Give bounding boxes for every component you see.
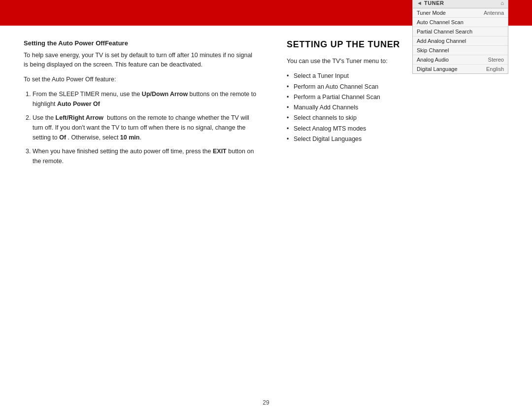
tv-menu-label-add-analog-channel: Add Analog Channel: [417, 38, 466, 44]
page-footer: 29: [0, 399, 532, 406]
step2-bold2: Of: [59, 134, 66, 141]
step1-bold2: Auto Power Of: [57, 101, 100, 107]
bullet-list: Select a Tuner Input Perform an Auto Cha…: [287, 71, 508, 144]
tv-menu-row-skip-channel: Skip Channel: [413, 46, 508, 55]
footer-page-number: 29: [263, 399, 269, 406]
step-2: Use the Left/Right Arrow buttons on the …: [33, 113, 257, 142]
tv-menu-row-analog-audio: Analog Audio Stereo: [413, 55, 508, 65]
left-column: Setting the Auto Power OffFeature To hel…: [24, 39, 262, 396]
step1-bold1: Up/Down Arrow: [142, 91, 188, 98]
left-paragraph2: To set the Auto Power Off feature:: [24, 75, 257, 84]
tv-menu-header-left: ◄ TUNER: [417, 0, 444, 6]
tv-menu-row-auto-channel-scan: Auto Channel Scan: [413, 18, 508, 27]
left-paragraph1: To help save energy, your TV is set by d…: [24, 51, 257, 70]
tv-menu-label-analog-audio: Analog Audio: [417, 57, 449, 63]
content-area: Setting the Auto Power OffFeature To hel…: [0, 26, 532, 396]
tv-menu-row-tuner-mode: Tuner Mode Antenna: [413, 8, 508, 18]
bullet-item-5: Select channels to skip: [287, 113, 508, 123]
tv-menu-value-tuner-mode: Antenna: [484, 10, 504, 16]
bullet-item-1: Select a Tuner Input: [287, 71, 508, 81]
left-section-title: Setting the Auto Power OffFeature: [24, 39, 257, 47]
bullet-item-2: Perform an Auto Channel Scan: [287, 82, 508, 92]
bullet-item-3: Perform a Partial Channel Scan: [287, 92, 508, 103]
steps-list: From the SLEEP TIMER menu, use the Up/Do…: [33, 89, 257, 166]
tv-menu-label-partial-channel-search: Partial Channel Search: [417, 29, 472, 34]
tv-menu-back-arrow: ◄: [417, 0, 422, 6]
step2-bold3: 10 min: [120, 134, 140, 141]
tv-menu-row-add-analog-channel: Add Analog Channel: [413, 36, 508, 46]
bullet-item-7: Select Digital Languages: [287, 134, 508, 144]
tv-menu-screenshot: ◄ TUNER ⌂ Tuner Mode Antenna Auto Channe…: [412, 0, 508, 74]
tv-menu-row-partial-channel-search: Partial Channel Search: [413, 27, 508, 36]
bullet-item-4: Manually Add Channels: [287, 103, 508, 113]
bullet-item-6: Select Analog MTS modes: [287, 124, 508, 134]
step3-bold1: EXIT: [213, 148, 227, 155]
right-column: SETTING UP THE TUNER ◄ TUNER ⌂ Tuner Mod…: [282, 39, 508, 396]
tv-menu-value-analog-audio: Stereo: [488, 57, 504, 63]
tv-menu-label-tuner-mode: Tuner Mode: [417, 10, 446, 16]
tv-menu-label-skip-channel: Skip Channel: [417, 47, 449, 53]
step-1: From the SLEEP TIMER menu, use the Up/Do…: [33, 89, 257, 109]
tv-menu-title: TUNER: [424, 0, 444, 6]
tv-menu-header: ◄ TUNER ⌂: [413, 0, 508, 8]
tv-menu-label-auto-channel-scan: Auto Channel Scan: [417, 19, 464, 25]
step-3: When you have finished setting the auto …: [33, 146, 257, 166]
step2-bold1: Left/Right Arrow: [56, 114, 103, 121]
tv-menu-home-icon: ⌂: [500, 0, 504, 6]
